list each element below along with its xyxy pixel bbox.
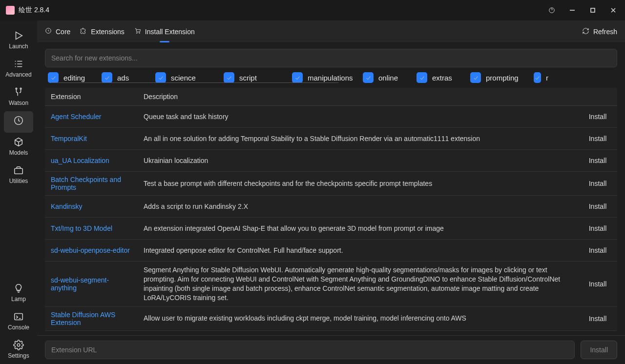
help-icon[interactable] <box>546 4 558 16</box>
sidebar-item-launch[interactable]: Launch <box>4 26 33 55</box>
tab-core[interactable]: Core <box>45 20 70 42</box>
sidebar: Launch Advanced Watson Models Utilities <box>0 20 37 364</box>
play-icon <box>13 30 24 41</box>
search-box[interactable] <box>45 49 617 67</box>
extension-description: Adds a script to run Kandinsky 2.X <box>138 196 578 218</box>
tools-icon <box>13 87 24 98</box>
refresh-label: Refresh <box>593 28 617 36</box>
checkbox-icon[interactable] <box>470 72 481 83</box>
sidebar-item-settings[interactable]: Settings <box>4 336 33 364</box>
gear-icon <box>13 340 24 350</box>
extension-link[interactable]: ua_UA Localization <box>51 157 109 164</box>
close-icon[interactable] <box>607 4 619 16</box>
filter-prompting[interactable]: prompting <box>470 72 529 83</box>
row-install-button[interactable]: Install <box>585 222 611 235</box>
extension-link[interactable]: Agent Scheduler <box>51 113 102 121</box>
tab-install-extension[interactable]: Install Extension <box>134 20 195 42</box>
filter-manipulations[interactable]: manipulations <box>292 72 358 83</box>
checkbox-icon[interactable] <box>48 72 59 83</box>
sidebar-item-watson[interactable]: Watson <box>4 83 33 111</box>
filter-science[interactable]: science <box>155 72 219 83</box>
refresh-icon <box>582 27 589 36</box>
sidebar-item-label: Settings <box>8 352 29 359</box>
extension-link[interactable]: TemporalKit <box>51 135 87 142</box>
checkbox-icon[interactable] <box>102 72 112 83</box>
checkbox-icon[interactable] <box>417 72 427 83</box>
extension-url-box[interactable] <box>45 341 575 359</box>
tab-label: Core <box>56 28 70 36</box>
table-row: ua_UA LocalizationUkrainian localization… <box>45 150 617 172</box>
tab-label: Extensions <box>91 28 124 36</box>
table-row: KandinskyAdds a script to run Kandinsky … <box>45 196 617 218</box>
filter-label: extras <box>432 74 452 82</box>
col-description: Description <box>138 88 578 106</box>
sidebar-item-history[interactable] <box>4 111 33 133</box>
row-install-button[interactable]: Install <box>585 132 611 145</box>
extension-link[interactable]: Txt/Img to 3D Model <box>51 224 112 232</box>
filter-label: science <box>171 74 196 82</box>
table-row: sd-webui-segment-anythingSegment Anythin… <box>45 262 617 307</box>
row-install-button[interactable]: Install <box>585 243 611 257</box>
sidebar-item-label: Launch <box>9 43 28 50</box>
svg-point-18 <box>17 344 20 346</box>
filter-label: r <box>546 74 548 82</box>
extensions-table[interactable]: Extension Description Agent SchedulerQue… <box>45 88 617 331</box>
row-install-button[interactable]: Install <box>585 177 611 190</box>
table-row: sd-webui-openpose-editorIntegrated openp… <box>45 240 617 262</box>
install-button[interactable]: Install <box>581 341 617 359</box>
checkbox-icon[interactable] <box>292 72 303 83</box>
row-install-button[interactable]: Install <box>585 200 611 213</box>
table-row: TemporalKitAn all in one solution for ad… <box>45 128 617 150</box>
extension-link[interactable]: Kandinsky <box>51 202 83 210</box>
sidebar-item-lamp[interactable]: Lamp <box>4 279 33 307</box>
row-install-button[interactable]: Install <box>585 154 611 167</box>
checkbox-icon[interactable] <box>224 72 234 83</box>
extension-link[interactable]: Batch Checkpoints and Prompts <box>51 176 121 191</box>
col-extension: Extension <box>45 88 138 106</box>
filter-editing[interactable]: editing <box>48 72 97 83</box>
sidebar-item-models[interactable]: Models <box>4 133 33 161</box>
sidebar-item-utilities[interactable]: Utilities <box>4 161 33 189</box>
cart-icon <box>134 27 141 36</box>
app-icon <box>6 6 15 15</box>
checkbox-icon[interactable] <box>534 72 541 83</box>
sidebar-item-label: Console <box>8 324 29 331</box>
extension-url-input[interactable] <box>51 346 568 354</box>
filter-label: online <box>378 74 398 82</box>
row-install-button[interactable]: Install <box>585 110 611 123</box>
filter-ads[interactable]: ads <box>102 72 150 83</box>
tab-extensions[interactable]: Extensions <box>80 20 124 42</box>
sidebar-item-advanced[interactable]: Advanced <box>4 55 33 83</box>
svg-marker-5 <box>16 32 22 40</box>
extension-description: Allow user to migrate existing workloads… <box>138 306 578 330</box>
extension-link[interactable]: sd-webui-segment-anything <box>51 276 109 292</box>
table-row: Batch Checkpoints and PromptsTest a base… <box>45 172 617 196</box>
search-input[interactable] <box>51 54 611 62</box>
sidebar-item-label: Utilities <box>9 178 28 184</box>
extension-link[interactable]: Stable Diffusion AWS Extension <box>51 311 115 326</box>
tabstrip: Core Extensions Install Extension Refres… <box>37 20 625 43</box>
checkbox-icon[interactable] <box>363 72 374 83</box>
filter-online[interactable]: online <box>363 72 412 83</box>
filter-r[interactable]: r <box>534 72 548 83</box>
maximize-icon[interactable] <box>587 4 599 16</box>
bulb-icon <box>13 283 24 294</box>
filter-extras[interactable]: extras <box>417 72 465 83</box>
window-title: 绘世 2.8.4 <box>19 6 49 15</box>
extension-description: Allows training an embedding from one or… <box>138 330 578 331</box>
refresh-button[interactable]: Refresh <box>582 27 617 36</box>
checkbox-icon[interactable] <box>155 72 166 83</box>
sidebar-item-label: Advanced <box>5 71 31 78</box>
sidebar-item-console[interactable]: Console <box>4 307 33 336</box>
minimize-icon[interactable] <box>566 4 578 16</box>
tab-label: Install Extension <box>145 28 195 36</box>
table-row: Agent SchedulerQueue task and task histo… <box>45 106 617 128</box>
row-install-button[interactable]: Install <box>585 277 611 291</box>
extension-link[interactable]: sd-webui-openpose-editor <box>51 246 130 254</box>
clock-icon <box>45 27 52 36</box>
table-row: Txt/Img to 3D ModelAn extension integrat… <box>45 218 617 240</box>
filter-label: script <box>239 74 257 82</box>
filter-script[interactable]: script <box>224 72 287 83</box>
row-install-button[interactable]: Install <box>585 312 611 325</box>
filter-label: prompting <box>486 74 519 82</box>
